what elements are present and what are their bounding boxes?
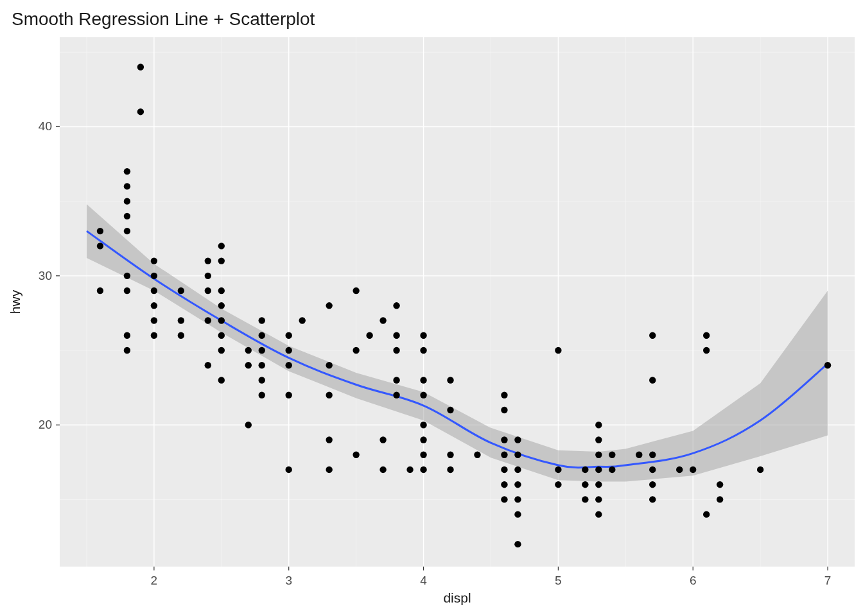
- data-point: [124, 228, 130, 234]
- data-point: [218, 377, 225, 383]
- x-tick-label: 5: [555, 574, 562, 587]
- data-point: [286, 362, 292, 368]
- data-point: [326, 436, 332, 443]
- data-point: [393, 377, 399, 383]
- data-point: [353, 452, 359, 458]
- data-point: [690, 466, 696, 473]
- data-point: [649, 377, 656, 383]
- data-point: [595, 422, 602, 428]
- data-point: [218, 287, 225, 294]
- data-point: [353, 347, 359, 354]
- data-point: [555, 466, 561, 473]
- data-point: [205, 317, 211, 323]
- data-point: [447, 466, 453, 473]
- chart-container: Smooth Regression Line + Scatterplot 234…: [0, 0, 863, 616]
- data-point: [178, 287, 184, 294]
- data-point: [151, 302, 157, 309]
- data-point: [259, 317, 265, 323]
- data-point: [501, 436, 507, 443]
- data-point: [326, 362, 332, 368]
- data-point: [259, 377, 265, 383]
- data-point: [595, 466, 602, 473]
- data-point: [259, 347, 265, 354]
- data-point: [286, 392, 292, 398]
- data-point: [124, 183, 130, 189]
- data-point: [649, 452, 656, 458]
- x-tick-label: 6: [690, 574, 697, 587]
- y-tick-label: 30: [39, 269, 52, 282]
- data-point: [151, 317, 157, 323]
- data-point: [137, 108, 144, 115]
- data-point: [124, 347, 130, 354]
- data-point: [151, 332, 157, 339]
- data-point: [259, 332, 265, 339]
- data-point: [245, 422, 252, 428]
- data-point: [649, 466, 656, 473]
- data-point: [124, 198, 130, 204]
- data-point: [379, 466, 386, 473]
- data-point: [824, 362, 831, 368]
- data-point: [717, 496, 723, 502]
- data-point: [447, 452, 453, 458]
- x-axis-label: displ: [443, 590, 471, 605]
- data-point: [286, 332, 292, 339]
- data-point: [420, 332, 426, 339]
- data-point: [218, 317, 225, 323]
- data-point: [218, 347, 225, 354]
- data-point: [420, 347, 426, 354]
- data-point: [514, 496, 521, 502]
- data-point: [474, 452, 480, 458]
- data-point: [595, 511, 602, 517]
- data-point: [299, 317, 305, 323]
- data-point: [151, 287, 157, 294]
- data-point: [555, 347, 561, 354]
- data-point: [205, 362, 211, 368]
- data-point: [326, 466, 332, 473]
- data-point: [124, 213, 130, 219]
- data-point: [245, 362, 252, 368]
- data-point: [151, 273, 157, 279]
- y-tick-label: 40: [39, 119, 52, 133]
- data-point: [393, 332, 399, 339]
- data-point: [649, 332, 656, 339]
- data-point: [420, 466, 426, 473]
- data-point: [703, 347, 710, 354]
- data-point: [259, 362, 265, 368]
- data-point: [501, 481, 507, 488]
- data-point: [406, 466, 413, 473]
- data-point: [205, 287, 211, 294]
- data-point: [205, 257, 211, 264]
- data-point: [514, 452, 521, 458]
- data-point: [595, 481, 602, 488]
- data-point: [609, 452, 615, 458]
- data-point: [393, 302, 399, 309]
- data-point: [326, 302, 332, 309]
- data-point: [259, 392, 265, 398]
- y-tick-label: 20: [39, 418, 52, 431]
- x-tick-label: 4: [420, 574, 427, 587]
- data-point: [97, 228, 103, 234]
- data-point: [514, 466, 521, 473]
- data-point: [582, 496, 588, 502]
- data-point: [582, 466, 588, 473]
- data-point: [420, 422, 426, 428]
- data-point: [757, 466, 763, 473]
- data-point: [501, 496, 507, 502]
- y-axis-label: hwy: [8, 289, 22, 314]
- data-point: [514, 511, 521, 517]
- data-point: [420, 436, 426, 443]
- data-point: [595, 452, 602, 458]
- data-point: [366, 332, 372, 339]
- chart-svg: 234567203040displhwy: [0, 0, 863, 616]
- data-point: [501, 452, 507, 458]
- data-point: [379, 317, 386, 323]
- data-point: [514, 436, 521, 443]
- data-point: [218, 332, 225, 339]
- data-point: [501, 466, 507, 473]
- data-point: [582, 481, 588, 488]
- data-point: [420, 377, 426, 383]
- data-point: [447, 377, 453, 383]
- data-point: [514, 481, 521, 488]
- data-point: [447, 407, 453, 413]
- data-point: [514, 541, 521, 547]
